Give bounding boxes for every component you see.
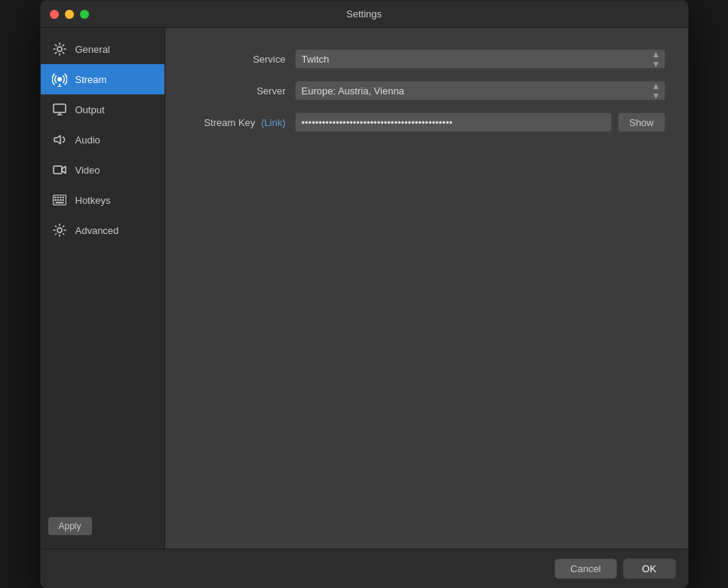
sidebar-item-output[interactable]: Output	[41, 94, 164, 125]
server-row: Server Europe: Austria, Vienna US East: …	[188, 81, 665, 100]
sidebar-item-label: Hotkeys	[75, 195, 111, 206]
maximize-button[interactable]	[80, 10, 89, 19]
ok-button[interactable]: OK	[623, 559, 676, 579]
show-button[interactable]: Show	[618, 112, 665, 132]
sidebar-nav: General S	[41, 34, 164, 509]
stream-key-text: Stream Key	[204, 117, 255, 128]
svg-rect-14	[57, 199, 59, 201]
sidebar-item-advanced[interactable]: Advanced	[41, 215, 164, 245]
main-panel: Service Twitch YouTube Facebook Live Cus…	[165, 28, 688, 549]
stream-key-input[interactable]	[295, 112, 612, 132]
sidebar-item-label: Audio	[75, 134, 100, 146]
dialog-footer: Cancel OK	[41, 549, 688, 588]
svg-rect-11	[60, 197, 62, 199]
svg-rect-15	[60, 199, 62, 201]
svg-rect-16	[62, 199, 64, 201]
svg-point-1	[57, 77, 62, 82]
stream-key-label: Stream Key (Link)	[188, 117, 286, 128]
audio-icon	[51, 131, 68, 148]
sidebar-item-hotkeys[interactable]: Hotkeys	[41, 185, 164, 215]
stream-key-link[interactable]: (Link)	[261, 117, 286, 128]
server-label: Server	[188, 85, 286, 97]
svg-rect-9	[54, 197, 57, 199]
service-select[interactable]: Twitch YouTube Facebook Live Custom RTMP	[295, 49, 665, 69]
svg-point-0	[57, 47, 62, 51]
sidebar-item-stream[interactable]: Stream	[41, 64, 164, 94]
titlebar: Settings	[41, 1, 688, 28]
sidebar-item-label: Stream	[75, 74, 107, 85]
apply-button[interactable]: Apply	[48, 517, 92, 535]
stream-key-row: Stream Key (Link) Show	[188, 112, 665, 132]
output-icon	[51, 101, 68, 118]
window-title: Settings	[346, 8, 382, 20]
svg-rect-7	[54, 166, 62, 174]
service-label: Service	[188, 54, 286, 65]
video-icon	[51, 162, 68, 178]
minimize-button[interactable]	[65, 10, 74, 19]
sidebar-item-general[interactable]: General	[41, 34, 164, 64]
traffic-lights	[50, 10, 89, 19]
server-select[interactable]: Europe: Austria, Vienna US East: New Yor…	[295, 81, 665, 100]
sidebar-item-label: Advanced	[75, 225, 119, 236]
settings-window: Settings General	[40, 0, 689, 588]
hotkeys-icon	[51, 192, 68, 208]
sidebar: General S	[41, 28, 165, 549]
sidebar-item-label: Video	[75, 165, 100, 176]
stream-key-wrapper: Show	[295, 112, 665, 132]
svg-rect-10	[57, 197, 59, 199]
stream-icon	[51, 71, 68, 88]
sidebar-item-label: Output	[75, 104, 105, 115]
advanced-icon	[51, 222, 68, 239]
content-area: General S	[41, 28, 688, 549]
general-icon	[51, 41, 68, 57]
sidebar-item-video[interactable]: Video	[41, 155, 164, 185]
server-select-wrapper: Europe: Austria, Vienna US East: New Yor…	[295, 81, 665, 100]
sidebar-item-audio[interactable]: Audio	[41, 125, 164, 155]
sidebar-item-label: General	[75, 44, 110, 55]
close-button[interactable]	[50, 10, 59, 19]
svg-rect-13	[54, 199, 57, 201]
service-select-wrapper: Twitch YouTube Facebook Live Custom RTMP…	[295, 49, 665, 69]
sidebar-footer: Apply	[41, 509, 164, 543]
svg-rect-17	[55, 202, 63, 204]
cancel-button[interactable]: Cancel	[554, 559, 616, 579]
service-row: Service Twitch YouTube Facebook Live Cus…	[188, 49, 665, 69]
svg-point-18	[57, 228, 62, 232]
svg-rect-4	[54, 104, 66, 112]
svg-rect-12	[62, 197, 64, 199]
